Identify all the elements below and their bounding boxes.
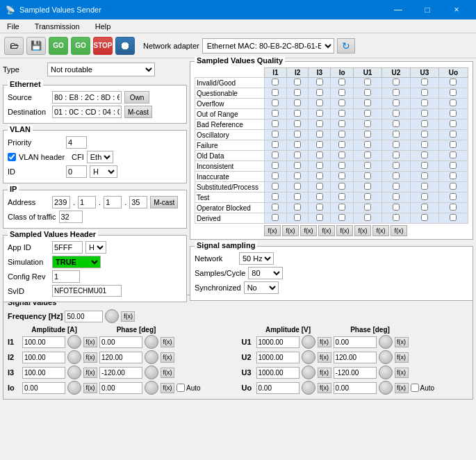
quality-check-Test-I1[interactable]: [265, 192, 287, 203]
quality-check-Inconsistent-U3[interactable]: [410, 161, 438, 172]
quality-check-Inaccurate-Io[interactable]: [331, 172, 354, 182]
quality-check-Questionable-U1[interactable]: [354, 88, 382, 99]
quality-check-Questionable-Uo[interactable]: [438, 88, 468, 99]
quality-check-Derived-I3[interactable]: [309, 213, 331, 224]
phase-dial-U1[interactable]: [379, 335, 393, 349]
quality-check-Substituted/Process-U1[interactable]: [354, 182, 382, 192]
quality-check-Bad-Reference-U2[interactable]: [382, 120, 411, 130]
phase-dial-U2[interactable]: [379, 350, 393, 364]
quality-check-Inaccurate-U1[interactable]: [354, 172, 382, 182]
quality-check-Test-U1[interactable]: [354, 192, 382, 203]
quality-check-Out-of-Range-I2[interactable]: [286, 109, 309, 120]
stop-button[interactable]: STOP: [93, 37, 113, 55]
network-adapter-select[interactable]: Ethernet MAC: 80-E8-2C-8D-61-B5: [202, 38, 334, 54]
quality-check-Out-of-Range-Uo[interactable]: [438, 109, 468, 120]
quality-check-Oscillatory-U3[interactable]: [410, 130, 438, 140]
ip-mcast-button[interactable]: M-cast: [150, 196, 178, 208]
class-input[interactable]: [59, 211, 83, 223]
dest-input[interactable]: [52, 106, 122, 118]
priority-input[interactable]: [66, 136, 87, 149]
phase-dial-I1[interactable]: [145, 335, 158, 349]
phase-dial-I3[interactable]: [145, 365, 158, 379]
minimize-button[interactable]: —: [384, 3, 412, 17]
amp-dial-U3[interactable]: [302, 365, 315, 379]
quality-check-Failure-Io[interactable]: [331, 140, 354, 151]
phase-input-U2[interactable]: [334, 352, 377, 363]
quality-check-Invalid/Good-U1[interactable]: [354, 78, 382, 88]
quality-check-Overflow-I3[interactable]: [309, 99, 331, 109]
quality-check-Overflow-I2[interactable]: [286, 99, 309, 109]
vlan-h-select[interactable]: H: [90, 165, 117, 178]
quality-check-Oscillatory-I3[interactable]: [309, 130, 331, 140]
type-select[interactable]: Not routable: [47, 63, 155, 76]
quality-check-Invalid/Good-I1[interactable]: [265, 78, 287, 88]
menu-help[interactable]: Help: [91, 22, 115, 31]
amp-fx-Uo[interactable]: f(x): [318, 383, 331, 393]
quality-check-Old-Data-U1[interactable]: [354, 151, 382, 161]
svid-input[interactable]: [52, 285, 122, 297]
quality-check-Bad-Reference-U1[interactable]: [354, 120, 382, 130]
record-button[interactable]: ⏺: [115, 37, 135, 55]
quality-check-Oscillatory-U1[interactable]: [354, 130, 382, 140]
amp-input-I2[interactable]: [22, 352, 65, 363]
quality-check-Derived-U2[interactable]: [382, 213, 411, 224]
amp-dial-I1[interactable]: [67, 335, 81, 349]
freq-fx-button[interactable]: f(x): [121, 311, 135, 322]
quality-check-Out-of-Range-U2[interactable]: [382, 109, 411, 120]
quality-check-Derived-U3[interactable]: [410, 213, 438, 224]
phase-fx-I2[interactable]: f(x): [161, 352, 174, 363]
go2-button[interactable]: GO: [71, 37, 90, 55]
quality-check-Failure-U2[interactable]: [382, 140, 411, 151]
amp-input-Uo[interactable]: [256, 382, 299, 394]
quality-check-Out-of-Range-Io[interactable]: [331, 109, 354, 120]
quality-check-Operator-Blocked-I1[interactable]: [265, 203, 287, 213]
quality-check-Test-Io[interactable]: [331, 192, 354, 203]
fx-U3[interactable]: f(x): [372, 225, 389, 236]
quality-check-Old-Data-U2[interactable]: [382, 151, 411, 161]
amp-input-Io[interactable]: [22, 382, 65, 394]
quality-check-Oscillatory-Uo[interactable]: [438, 130, 468, 140]
amp-fx-I2[interactable]: f(x): [83, 352, 97, 363]
quality-check-Failure-I3[interactable]: [309, 140, 331, 151]
amp-fx-Io[interactable]: f(x): [83, 383, 97, 393]
amp-dial-Uo[interactable]: [302, 381, 315, 395]
ip-addr2[interactable]: [78, 196, 96, 208]
quality-check-Substituted/Process-U2[interactable]: [382, 182, 411, 192]
quality-check-Invalid/Good-I2[interactable]: [286, 78, 309, 88]
quality-check-Inaccurate-U3[interactable]: [410, 172, 438, 182]
quality-check-Old-Data-Uo[interactable]: [438, 151, 468, 161]
quality-check-Overflow-U1[interactable]: [354, 99, 382, 109]
mcast-button[interactable]: M-cast: [124, 106, 152, 118]
quality-check-Failure-U3[interactable]: [410, 140, 438, 151]
quality-check-Questionable-U3[interactable]: [410, 88, 438, 99]
quality-check-Substituted/Process-I2[interactable]: [286, 182, 309, 192]
quality-check-Operator-Blocked-U3[interactable]: [410, 203, 438, 213]
quality-check-Test-U2[interactable]: [382, 192, 411, 203]
quality-check-Oscillatory-I2[interactable]: [286, 130, 309, 140]
go1-button[interactable]: GO: [49, 37, 68, 55]
quality-check-Test-U3[interactable]: [410, 192, 438, 203]
auto-check-Uo[interactable]: Auto: [411, 384, 435, 392]
amp-input-I3[interactable]: [22, 367, 65, 379]
quality-check-Questionable-Io[interactable]: [331, 88, 354, 99]
quality-check-Inconsistent-U2[interactable]: [382, 161, 411, 172]
quality-check-Out-of-Range-I3[interactable]: [309, 109, 331, 120]
quality-check-Old-Data-I2[interactable]: [286, 151, 309, 161]
phase-input-Io[interactable]: [99, 382, 142, 394]
open-button[interactable]: 🗁: [4, 37, 24, 55]
phase-dial-Io[interactable]: [145, 381, 158, 395]
quality-check-Old-Data-U3[interactable]: [410, 151, 438, 161]
quality-check-Substituted/Process-Uo[interactable]: [438, 182, 468, 192]
fx-Uo[interactable]: f(x): [391, 225, 407, 236]
network-hz-select[interactable]: 50 Hz: [239, 252, 274, 265]
vlan-id-input[interactable]: [66, 165, 87, 178]
quality-check-Failure-Uo[interactable]: [438, 140, 468, 151]
quality-check-Derived-I2[interactable]: [286, 213, 309, 224]
quality-check-Substituted/Process-U3[interactable]: [410, 182, 438, 192]
phase-dial-I2[interactable]: [145, 350, 158, 364]
amp-dial-U2[interactable]: [302, 350, 315, 364]
amp-fx-I1[interactable]: f(x): [83, 337, 97, 347]
quality-check-Bad-Reference-Io[interactable]: [331, 120, 354, 130]
quality-check-Overflow-Io[interactable]: [331, 99, 354, 109]
quality-check-Substituted/Process-I3[interactable]: [309, 182, 331, 192]
